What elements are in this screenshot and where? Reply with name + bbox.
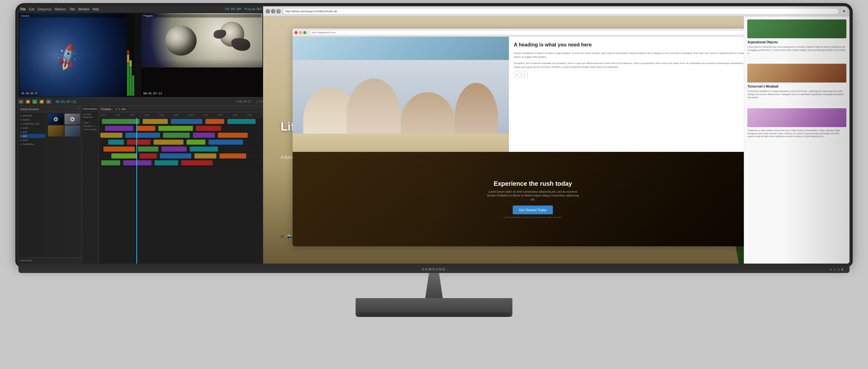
clip[interactable] xyxy=(123,160,151,165)
menu-window[interactable]: Window xyxy=(78,7,89,11)
timeline-ruler: 2000 2100 2200 2300 2400 2500 2600 2700 … xyxy=(99,112,263,118)
program-monitor[interactable]: 00:01:07:22 Program xyxy=(141,13,262,97)
media-browser: Media Browser ≡ android2 macb2 Cinderell… xyxy=(19,106,82,263)
clip[interactable] xyxy=(193,133,215,138)
clip[interactable] xyxy=(154,140,183,145)
window-close-dot[interactable] xyxy=(294,31,298,34)
btn-play-pause[interactable]: ▶ xyxy=(32,100,37,104)
media-browser-footer: 0:00:41:09 xyxy=(19,257,82,263)
clip[interactable] xyxy=(181,160,213,165)
clip[interactable] xyxy=(101,160,120,165)
source-video-frame xyxy=(19,13,141,97)
menu-help[interactable]: Help xyxy=(93,7,99,11)
clip[interactable] xyxy=(155,160,178,165)
menu-markers[interactable]: Markers xyxy=(55,7,66,11)
menu-edit[interactable]: Edit xyxy=(29,7,34,11)
clip[interactable] xyxy=(196,126,221,131)
media-browser-menu[interactable]: ≡ xyxy=(78,108,80,110)
clip[interactable] xyxy=(111,153,136,159)
clip[interactable] xyxy=(209,140,243,145)
clip[interactable] xyxy=(219,153,246,159)
clip[interactable] xyxy=(190,146,218,151)
fg-address-bar[interactable]: http://digitalworld.com xyxy=(310,30,763,35)
clip[interactable] xyxy=(102,119,140,124)
clip[interactable] xyxy=(218,133,248,138)
prev-arrow-btn[interactable]: < xyxy=(514,72,520,78)
clip[interactable] xyxy=(143,119,168,124)
info-panel: Information No Clip Selected Type: — Dur… xyxy=(82,106,99,263)
window-maximize-dot[interactable] xyxy=(303,31,306,34)
file-tree-item[interactable]: macb2 xyxy=(20,118,45,122)
media-browser-header: Media Browser ≡ xyxy=(19,106,82,112)
clip[interactable] xyxy=(140,153,157,159)
thumbnail-item[interactable]: ▶ xyxy=(48,114,64,124)
clip[interactable] xyxy=(125,133,160,138)
article-text-3: Created for a side ambition held at the … xyxy=(747,129,846,138)
get-started-button[interactable]: Get Started Today xyxy=(513,205,553,214)
clip[interactable] xyxy=(160,153,191,159)
source-monitor[interactable]: 00:00:09:55 Source xyxy=(19,13,141,97)
menu-file[interactable]: File xyxy=(20,7,26,11)
browser-settings-btn[interactable]: ⚙ xyxy=(841,8,847,15)
window-minimize-dot[interactable] xyxy=(299,31,302,34)
article-image-2 xyxy=(747,64,846,83)
article-image-3 xyxy=(747,108,846,127)
article-title-2[interactable]: Tomorrow's Meatball xyxy=(747,84,846,88)
thumb-play-btn[interactable]: ▶ xyxy=(70,117,74,121)
clip[interactable] xyxy=(127,140,151,145)
timeline-track-1 xyxy=(99,118,263,125)
monitor-screen: File Edit Sequence Markers Title Window … xyxy=(19,6,849,263)
refresh-button[interactable]: ↺ xyxy=(276,9,281,13)
file-tree-item-selected[interactable]: aral xyxy=(20,134,45,138)
address-bar[interactable]: http://about.samsung.co.kr/about/main.do xyxy=(283,8,839,15)
playhead xyxy=(136,118,137,263)
clip[interactable] xyxy=(187,140,206,145)
file-tree-item[interactable]: android2 xyxy=(20,114,45,118)
file-tree-item[interactable]: TextEditor xyxy=(20,142,45,146)
back-button[interactable]: ‹ xyxy=(266,9,270,13)
next-arrow-btn[interactable]: > xyxy=(522,72,528,78)
file-tree-item[interactable]: aral2 xyxy=(20,126,45,130)
thumbnail-item[interactable]: ▶ xyxy=(65,114,80,124)
thumbnail-item[interactable] xyxy=(48,125,64,137)
info-row: Duration: — xyxy=(83,124,97,127)
clip[interactable] xyxy=(158,126,193,131)
browser-content-area: Lifestyle A future-living lab an... in 📷… xyxy=(263,16,849,263)
program-label: Program xyxy=(143,14,261,18)
monitor-stand-neck xyxy=(422,273,446,298)
control-dot-1[interactable] xyxy=(830,268,832,271)
file-tree-item[interactable]: aral3 xyxy=(20,138,45,142)
clip[interactable] xyxy=(163,133,190,138)
clip[interactable] xyxy=(138,146,158,151)
clip[interactable] xyxy=(105,126,133,131)
clip[interactable] xyxy=(100,133,122,138)
article-title-1[interactable]: Aspirational Objects xyxy=(747,40,846,44)
btn-step-back[interactable]: ⏪ xyxy=(25,100,30,104)
btn-step-forward[interactable]: ⏩ xyxy=(39,100,44,104)
video-editor-panel: File Edit Sequence Markers Title Window … xyxy=(19,6,263,263)
clip[interactable] xyxy=(171,119,202,124)
clip[interactable] xyxy=(108,140,124,145)
clip[interactable] xyxy=(136,126,155,131)
clip[interactable] xyxy=(103,146,135,151)
menu-sequence[interactable]: Sequence xyxy=(37,7,52,11)
thumb-play-btn[interactable]: ▶ xyxy=(54,117,58,121)
control-dot-3[interactable] xyxy=(838,268,839,271)
btn-forward-end[interactable]: ⏭ xyxy=(46,100,51,104)
clip[interactable] xyxy=(194,153,216,159)
clip[interactable] xyxy=(227,119,255,124)
linkedin-icon[interactable]: in xyxy=(281,234,284,239)
menu-title[interactable]: Title xyxy=(69,7,75,11)
btn-rewind-start[interactable]: ⏮ xyxy=(19,100,24,104)
clip[interactable] xyxy=(161,146,187,151)
control-dot-2[interactable] xyxy=(834,268,836,271)
file-tree-item[interactable]: aral xyxy=(20,130,45,134)
website-top-section: A heading is what you need here Tempor i… xyxy=(292,37,773,152)
social-icon[interactable]: 📷 xyxy=(287,234,292,239)
forward-button[interactable]: › xyxy=(271,9,275,13)
thumbnail-item[interactable] xyxy=(65,125,80,137)
ruler-mark: 3000 xyxy=(247,114,252,116)
clip[interactable] xyxy=(206,119,224,124)
file-tree-item[interactable]: Cinderella_100 xyxy=(20,122,45,126)
power-indicator[interactable] xyxy=(841,268,843,271)
